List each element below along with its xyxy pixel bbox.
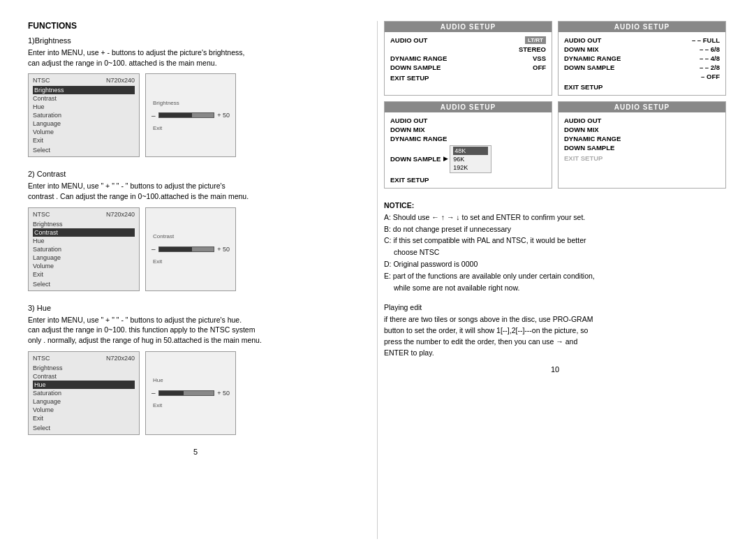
hue-menu-ntsc: NTSC [33,355,50,362]
hue-slider-minus: – [151,389,156,397]
menu-item-brightness-1[interactable]: Brightness [33,86,135,94]
menu-item-volume-1[interactable]: Volume [33,128,135,136]
contrast-subtitle: 2) Contrast [28,170,363,178]
right-page-num: 10 [384,365,726,374]
audio-off-2: – OFF [701,73,720,80]
audio-body-1: AUDIO OUT LT/RT STEREO DYNAMIC RANGE VSS… [385,32,552,86]
audio-vss-value: VSS [533,54,546,62]
menu-item-saturation-2[interactable]: Saturation [33,245,135,253]
hue-slider-box: Hue – + 50 Exit [145,351,236,435]
audio-down-sample-label-3: DOWN SAMPLE [390,155,441,163]
menu-item-hue-1[interactable]: Hue [33,103,135,111]
menu-item-contrast-1[interactable]: Contrast [33,94,135,103]
playing-text: if there are two tiles or songs above in… [384,314,726,358]
audio-row-4-1: AUDIO OUT [564,117,720,124]
menu-item-hue-3[interactable]: Hue [33,381,135,389]
hue-desc: Enter into MENU, use " + " " - " buttons… [28,315,363,346]
hue-slider-exit[interactable]: Exit [151,402,162,408]
audio-header-1: AUDIO SETUP [385,22,552,32]
audio-stereo-value: STEREO [519,45,546,53]
audio-box-1: AUDIO SETUP AUDIO OUT LT/RT STEREO DYNAM… [384,21,552,96]
notice-line-e: E: part of the functions are available o… [384,270,726,282]
hue-menu-resolution: N720x240 [106,355,135,362]
audio-setup-grid: AUDIO SETUP AUDIO OUT LT/RT STEREO DYNAM… [384,21,726,189]
audio-box-3: AUDIO SETUP AUDIO OUT DOWN MIX DYNAMIC R… [384,101,552,189]
audio-row-2-2: DOWN MIX – – 6/8 [564,45,720,53]
menu-item-saturation-3[interactable]: Saturation [33,389,135,397]
menu-item-volume-2[interactable]: Volume [33,262,135,270]
menu-item-language-3[interactable]: Language [33,397,135,406]
audio-48-value: – – 4/8 [700,54,720,62]
left-page-num: 5 [28,448,363,456]
brightness-slider-track[interactable] [158,112,215,118]
audio-row-1-1: AUDIO OUT LT/RT [390,36,546,44]
audio-down-mix-label-3: DOWN MIX [390,126,425,133]
page-divider [377,21,378,539]
menu-select-2: Select [33,281,135,288]
audio-row-2-1: AUDIO OUT – – FULL [564,36,720,44]
hue-slider-track[interactable] [158,390,215,396]
hue-menu-header: NTSC N720x240 [33,355,135,362]
contrast-slider-fill [159,247,192,251]
contrast-menu-box: NTSC N720x240 Brightness Contrast Hue Sa… [28,207,140,291]
exit-setup-2[interactable]: EXIT SETUP [564,83,720,91]
playing-section: Playing edit if there are two tiles or s… [384,303,726,358]
hue-menu-box: NTSC N720x240 Brightness Contrast Hue Sa… [28,351,140,435]
sample-rate-dropdown[interactable]: 48K 96K 192K [450,145,491,173]
menu-item-language-2[interactable]: Language [33,253,135,262]
contrast-slider-track[interactable] [158,246,215,252]
audio-row-2-4: DOWN SAMPLE – – 2/8 [564,64,720,71]
hue-slider-row: – + 50 [151,389,230,397]
audio-row-3-3: DYNAMIC RANGE [390,135,546,142]
exit-setup-1[interactable]: EXIT SETUP [390,74,546,82]
playing-title: Playing edit [384,303,726,311]
contrast-slider-title: Contrast [151,233,174,240]
contrast-slider-exit[interactable]: Exit [151,258,162,265]
menu-item-exit-1[interactable]: Exit [33,136,135,145]
contrast-menu-ntsc: NTSC [33,211,50,218]
exit-setup-3[interactable]: EXIT SETUP [390,176,546,184]
hue-slider-value: + 50 [217,390,230,397]
audio-down-sample-label-4: DOWN SAMPLE [564,144,614,152]
sample-48k[interactable]: 48K [453,147,488,155]
audio-dynamic-label-1: DYNAMIC RANGE [390,54,447,62]
menu-item-exit-2[interactable]: Exit [33,270,135,279]
audio-header-2: AUDIO SETUP [559,22,725,32]
menu-ntsc: NTSC [33,77,50,84]
sample-96k[interactable]: 96K [453,155,488,163]
brightness-desc: Enter into MENU, use + - buttons to adju… [28,47,363,68]
contrast-slider-row: – + 50 [151,245,230,253]
brightness-slider-box: Brightness – + 50 Exit [145,73,236,157]
audio-out-label-4: AUDIO OUT [564,117,601,124]
brightness-section: 1)Brightness Enter into MENU, use + - bu… [28,36,363,157]
brightness-slider-exit[interactable]: Exit [151,125,162,131]
menu-item-contrast-3[interactable]: Contrast [33,372,135,381]
menu-item-hue-2[interactable]: Hue [33,237,135,245]
menu-item-contrast-2[interactable]: Contrast [33,228,135,237]
audio-off-value-1: OFF [533,64,546,71]
audio-dynamic-label-3: DYNAMIC RANGE [390,135,447,142]
brightness-menu-box: NTSC N720x240 Brightness Contrast Hue Sa… [28,73,140,157]
menu-item-language-1[interactable]: Language [33,119,135,128]
menu-item-saturation-1[interactable]: Saturation [33,111,135,119]
exit-setup-4[interactable]: EXIT SETUP [564,154,720,162]
sample-192k[interactable]: 192K [453,163,488,172]
menu-item-brightness-3[interactable]: Brightness [33,364,135,372]
menu-item-volume-3[interactable]: Volume [33,406,135,414]
notice-line-b: B: do not change preset if unnecessary [384,223,726,235]
menu-item-exit-3[interactable]: Exit [33,414,135,422]
notice-line-a: A: Should use ← ↑ → ↓ to set and ENTER t… [384,212,726,223]
audio-header-4: AUDIO SETUP [559,102,725,112]
contrast-slider-box: Contrast – + 50 Exit [145,207,236,291]
audio-row-2-5: – OFF [564,73,720,80]
notice-line-c2: choose NTSC [384,246,726,258]
menu-select-1: Select [33,147,135,154]
hue-subtitle: 3) Hue [28,304,363,312]
menu-item-brightness-2[interactable]: Brightness [33,220,135,228]
audio-28-value: – – 2/8 [700,64,720,71]
arrow-icon-3: ▶ [443,155,448,162]
audio-out-label-2: AUDIO OUT [564,36,601,44]
brightness-slider-fill [159,113,192,117]
audio-row-3-2: DOWN MIX [390,126,546,133]
audio-row-1-3: DYNAMIC RANGE VSS [390,54,546,62]
